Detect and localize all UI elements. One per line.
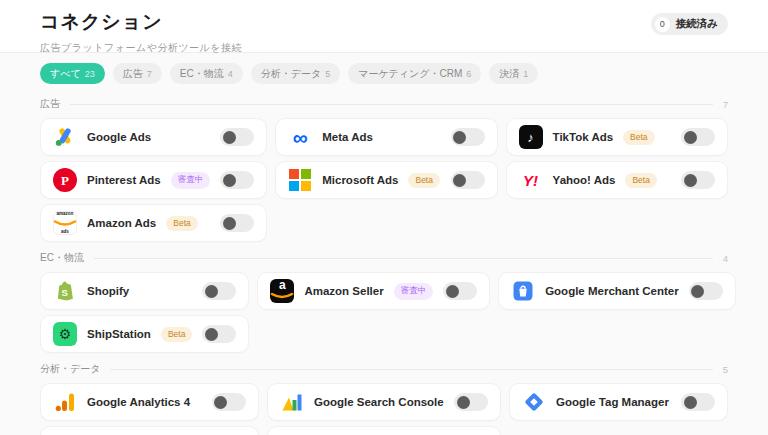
- connection-name: Google Analytics 4: [87, 396, 190, 408]
- connect-toggle[interactable]: [681, 393, 715, 411]
- connection-name: Microsoft Ads: [322, 174, 398, 186]
- connection-card[interactable]: ∞ Meta Ads: [275, 118, 497, 156]
- connection-name: ShipStation: [87, 328, 151, 340]
- connect-toggle[interactable]: [202, 282, 236, 300]
- connection-card[interactable]: BigQuery 審査中: [40, 426, 259, 435]
- section-count: 4: [723, 253, 728, 264]
- status-badge: Beta: [166, 216, 198, 231]
- shopify-icon: S: [53, 279, 77, 303]
- toggle-knob: [223, 174, 236, 187]
- section-count: 7: [723, 99, 728, 110]
- section-label: 分析・データ: [40, 362, 100, 376]
- tab-count: 5: [325, 69, 330, 79]
- connection-card[interactable]: Google Tag Manager: [509, 383, 728, 421]
- tab-marketing[interactable]: マーケティング・CRM 6: [348, 63, 481, 84]
- tab-all[interactable]: すべて 23: [40, 63, 105, 84]
- connect-toggle[interactable]: [220, 214, 254, 232]
- toggle-knob: [223, 217, 236, 230]
- page-subtitle: 広告プラットフォームや分析ツールを接続: [40, 41, 242, 55]
- tab-ec[interactable]: EC・物流 4: [170, 63, 243, 84]
- toggle-knob: [453, 131, 466, 144]
- connection-card[interactable]: Google Merchant Center: [498, 272, 736, 310]
- toggle-knob: [223, 131, 236, 144]
- connect-toggle[interactable]: [443, 282, 477, 300]
- connection-name: Shopify: [87, 285, 129, 297]
- section-header: 広告 7: [40, 97, 728, 111]
- section-label: 広告: [40, 97, 60, 111]
- tab-label: 決済: [499, 67, 519, 81]
- connection-name: Pinterest Ads: [87, 174, 161, 186]
- connect-toggle[interactable]: [689, 282, 723, 300]
- tiktok-icon: ♪: [519, 125, 543, 149]
- sections: 広告 7 Google Ads ∞ Meta Ads ♪ TikTok Ads …: [0, 84, 768, 435]
- toggle-knob: [457, 396, 470, 409]
- connect-toggle[interactable]: [451, 128, 485, 146]
- connected-count: 0: [655, 17, 670, 32]
- connection-card[interactable]: Google Sheets 審査中: [267, 426, 501, 435]
- tab-count: 1: [523, 69, 528, 79]
- tab-label: 広告: [123, 67, 143, 81]
- connection-card[interactable]: a Amazon Seller 審査中: [257, 272, 490, 310]
- connection-card[interactable]: Microsoft Ads Beta: [275, 161, 497, 199]
- connected-count-pill[interactable]: 0 接続済み: [651, 13, 728, 35]
- connection-card[interactable]: amazonads Amazon Ads Beta: [40, 204, 267, 242]
- amazon-seller-icon: a: [270, 279, 294, 303]
- connection-name: Google Ads: [87, 131, 151, 143]
- tab-label: マーケティング・CRM: [358, 67, 462, 81]
- amazon-ads-icon: amazonads: [53, 211, 77, 235]
- toggle-knob: [691, 285, 704, 298]
- toggle-knob: [214, 396, 227, 409]
- toggle-knob: [446, 285, 459, 298]
- section-grid: Google Analytics 4 Google Search Console…: [40, 383, 728, 435]
- connect-toggle[interactable]: [220, 171, 254, 189]
- tab-count: 7: [147, 69, 152, 79]
- google-analytics-icon: [53, 390, 77, 414]
- connect-toggle[interactable]: [202, 325, 236, 343]
- connection-card[interactable]: Y! Yahoo! Ads Beta: [506, 161, 728, 199]
- connection-name: TikTok Ads: [553, 131, 614, 143]
- connect-toggle[interactable]: [681, 128, 715, 146]
- tab-count: 23: [85, 69, 95, 79]
- filter-tabs: すべて 23 広告 7 EC・物流 4 分析・データ 5 マーケティング・CRM…: [40, 63, 728, 84]
- connect-toggle[interactable]: [220, 128, 254, 146]
- connection-name: Amazon Ads: [87, 217, 156, 229]
- toggle-knob: [205, 285, 218, 298]
- meta-icon: ∞: [288, 125, 312, 149]
- connect-toggle[interactable]: [212, 393, 246, 411]
- page-title: コネクション: [40, 9, 242, 35]
- connection-card[interactable]: Google Search Console: [267, 383, 501, 421]
- connection-card[interactable]: Google Ads: [40, 118, 267, 156]
- top-bar: コネクション 広告プラットフォームや分析ツールを接続 0 接続済み: [0, 0, 768, 53]
- connected-label: 接続済み: [676, 17, 718, 31]
- microsoft-icon: [288, 168, 312, 192]
- tab-label: すべて: [50, 67, 81, 81]
- connection-card[interactable]: ⚙ ShipStation Beta: [40, 315, 249, 353]
- connect-toggle[interactable]: [681, 171, 715, 189]
- yahoo-icon: Y!: [519, 168, 543, 192]
- toggle-knob: [453, 174, 466, 187]
- tab-ads[interactable]: 広告 7: [113, 63, 162, 84]
- toggle-knob: [684, 131, 697, 144]
- connection-card[interactable]: Google Analytics 4: [40, 383, 259, 421]
- section-header: EC・物流 4: [40, 251, 728, 265]
- tab-count: 4: [228, 69, 233, 79]
- tab-payment[interactable]: 決済 1: [489, 63, 538, 84]
- connection-name: Google Tag Manager: [556, 396, 669, 408]
- connection-card[interactable]: P Pinterest Ads 審査中: [40, 161, 267, 199]
- connection-name: Amazon Seller: [304, 285, 383, 297]
- connect-toggle[interactable]: [454, 393, 488, 411]
- tab-count: 6: [466, 69, 471, 79]
- status-badge: Beta: [408, 173, 440, 188]
- tab-analytics[interactable]: 分析・データ 5: [251, 63, 340, 84]
- connection-card[interactable]: S Shopify: [40, 272, 249, 310]
- shipstation-icon: ⚙: [53, 322, 77, 346]
- section-header: 分析・データ 5: [40, 362, 728, 376]
- connect-toggle[interactable]: [451, 171, 485, 189]
- svg-text:S: S: [62, 287, 68, 298]
- tab-label: EC・物流: [180, 67, 224, 81]
- google-ads-icon: [53, 125, 77, 149]
- connection-name: Meta Ads: [322, 131, 373, 143]
- tab-label: 分析・データ: [261, 67, 321, 81]
- pinterest-icon: P: [53, 168, 77, 192]
- connection-card[interactable]: ♪ TikTok Ads Beta: [506, 118, 728, 156]
